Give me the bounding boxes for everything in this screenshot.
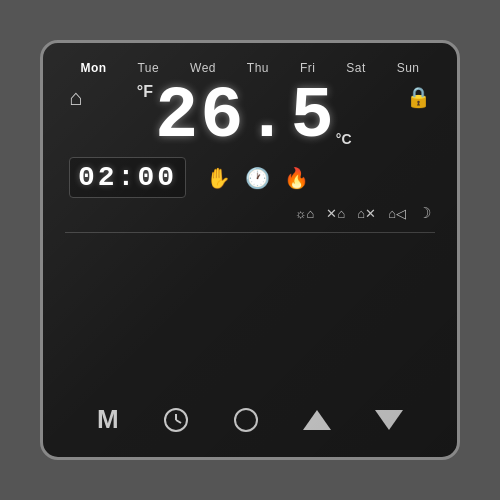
lock-icon: 🔒 <box>406 85 431 109</box>
day-thu: Thu <box>247 61 269 75</box>
prog-icon-4: ⌂◁ <box>388 206 406 221</box>
celsius-unit: °C <box>336 131 352 147</box>
status-icons: ✋ 🕐 🔥 <box>206 166 309 190</box>
prog-icon-5: ☽ <box>418 204 431 222</box>
temperature-value: 26.5 <box>155 81 336 153</box>
middle-row: 02:00 ✋ 🕐 🔥 <box>65 157 435 198</box>
mode-button[interactable]: M <box>89 400 127 439</box>
home-icon: ⌂ <box>69 85 82 111</box>
down-triangle-icon <box>375 410 403 430</box>
divider <box>65 232 435 233</box>
time-value: 02:00 <box>78 162 177 193</box>
fahrenheit-unit: °F <box>137 83 153 101</box>
svg-line-2 <box>176 420 181 423</box>
thermostat-device: Mon Tue Wed Thu Fri Sat Sun ⌂ °F 26.5 °C… <box>40 40 460 460</box>
circle-button-icon <box>233 407 259 433</box>
day-tue: Tue <box>137 61 159 75</box>
day-wed: Wed <box>190 61 216 75</box>
clock-button[interactable] <box>155 403 197 437</box>
hand-icon: ✋ <box>206 166 231 190</box>
prog-icon-1: ☼⌂ <box>295 206 315 221</box>
bottom-row: M <box>65 392 435 443</box>
svg-point-3 <box>235 409 257 431</box>
clock-icon: 🕐 <box>245 166 270 190</box>
day-mon: Mon <box>80 61 106 75</box>
temp-area: °F 26.5 °C <box>82 81 406 153</box>
day-sun: Sun <box>397 61 420 75</box>
clock-button-icon <box>163 407 189 433</box>
prog-icon-3: ⌂✕ <box>357 206 376 221</box>
time-display: 02:00 <box>69 157 186 198</box>
up-button[interactable] <box>295 406 339 434</box>
days-row: Mon Tue Wed Thu Fri Sat Sun <box>65 61 435 75</box>
main-display: ⌂ °F 26.5 °C 🔒 <box>65 81 435 153</box>
down-button[interactable] <box>367 406 411 434</box>
flame-icon: 🔥 <box>284 166 309 190</box>
prog-icon-2: ✕⌂ <box>326 206 345 221</box>
circle-button[interactable] <box>225 403 267 437</box>
day-fri: Fri <box>300 61 316 75</box>
day-sat: Sat <box>346 61 366 75</box>
up-triangle-icon <box>303 410 331 430</box>
program-row: ☼⌂ ✕⌂ ⌂✕ ⌂◁ ☽ <box>65 202 435 226</box>
